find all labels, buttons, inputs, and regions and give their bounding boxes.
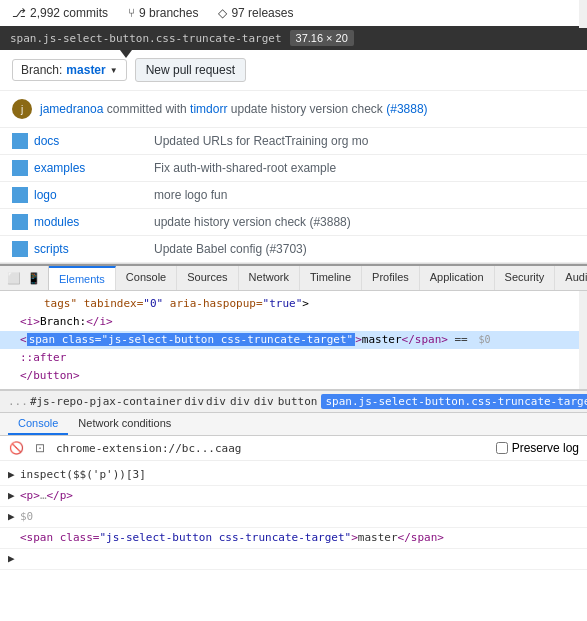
branch-label: Branch:	[21, 63, 62, 77]
panel-scrollbar[interactable]	[579, 291, 587, 389]
bc-div-2[interactable]: div	[230, 395, 250, 408]
bc-div-3[interactable]: div	[254, 395, 274, 408]
file-name[interactable]: docs	[34, 134, 154, 148]
commit-pr-link[interactable]: (#3888)	[386, 102, 427, 116]
tooltip-arrow	[120, 50, 132, 58]
tag-icon: ◇	[218, 6, 227, 20]
file-row-scripts: scripts Update Babel config (#3703)	[0, 236, 587, 263]
collapse-icon[interactable]: ▶	[8, 509, 16, 525]
tab-profiles[interactable]: Profiles	[362, 266, 420, 290]
commit-info: j jamedranoa committed with timdorr upda…	[0, 90, 587, 127]
element-line-2: <i>Branch:</i>	[0, 313, 587, 331]
commit-message: update history version check	[231, 102, 383, 116]
url-display: chrome-extension://bc...caag	[56, 442, 488, 455]
breadcrumb: ... #js-repo-pjax-container div div div …	[0, 390, 587, 413]
preserve-log-container: Preserve log	[496, 441, 579, 455]
folder-icon	[12, 133, 28, 149]
tab-console[interactable]: Console	[116, 266, 177, 290]
commit-icon: ⎇	[12, 6, 26, 20]
preserve-log-label: Preserve log	[512, 441, 579, 455]
branch-selector[interactable]: Branch: master ▼	[12, 59, 127, 81]
bc-button[interactable]: button	[278, 395, 318, 408]
devtools-panel: ⬜ 📱 Elements Console Sources Network Tim…	[0, 264, 587, 574]
clear-icon[interactable]: 🚫	[8, 440, 24, 456]
commit-text: jamedranoa committed with timdorr update…	[40, 102, 428, 116]
tab-security[interactable]: Security	[495, 266, 556, 290]
commit-collaborator[interactable]: timdorr	[190, 102, 227, 116]
bc-div-1[interactable]: div	[206, 395, 226, 408]
commit-author[interactable]: jamedranoa	[40, 102, 103, 116]
elements-panel: tags" tabindex="0" aria-haspopup="true">…	[0, 291, 587, 390]
breadcrumb-ellipsis: ...	[8, 395, 28, 408]
tab-audits[interactable]: Audits	[555, 266, 587, 290]
element-line-1: tags" tabindex="0" aria-haspopup="true">	[0, 295, 587, 313]
dropdown-arrow-icon: ▼	[110, 66, 118, 75]
folder-icon	[12, 160, 28, 176]
console-output: ▶ inspect($$('p'))[3] ▶ <p>…</p> ▶ $0 <s…	[0, 461, 587, 574]
console-line-3: ▶ $0	[0, 507, 587, 528]
file-row-examples: examples Fix auth-with-shared-root examp…	[0, 155, 587, 182]
file-list: docs Updated URLs for ReactTraining org …	[0, 127, 587, 263]
new-pull-request-button[interactable]: New pull request	[135, 58, 246, 82]
file-name[interactable]: modules	[34, 215, 154, 229]
branch-bar: Branch: master ▼ New pull request	[0, 50, 587, 90]
attr-text: tags" tabindex="0" aria-haspopup="true">	[44, 297, 309, 310]
folder-icon	[12, 187, 28, 203]
console-line-2: ▶ <p>…</p>	[0, 486, 587, 507]
file-row-modules: modules update history version check (#3…	[0, 209, 587, 236]
tab-elements[interactable]: Elements	[49, 266, 116, 290]
commits-stat[interactable]: ⎇ 2,992 commits	[12, 6, 108, 20]
avatar: j	[12, 99, 32, 119]
tab-sources[interactable]: Sources	[177, 266, 238, 290]
console-result-1: <p>…</p>	[20, 488, 73, 504]
tab-network-conditions[interactable]: Network conditions	[68, 413, 181, 435]
branches-stat[interactable]: ⑂ 9 branches	[128, 6, 198, 20]
expand-icon[interactable]: ▶	[8, 467, 16, 483]
commits-count: 2,992 commits	[30, 6, 108, 20]
console-line-5: ▶	[0, 549, 587, 570]
file-name[interactable]: examples	[34, 161, 154, 175]
devtools-toolbar: ⬜ 📱 Elements Console Sources Network Tim…	[0, 266, 587, 291]
expand-icon-2[interactable]: ▶	[8, 488, 16, 504]
bc-container[interactable]: #js-repo-pjax-container	[30, 395, 182, 408]
file-row-logo: logo more logo fun	[0, 182, 587, 209]
console-toolbar: 🚫 ⊡ chrome-extension://bc...caag Preserv…	[0, 436, 587, 461]
file-desc: update history version check (#3888)	[154, 215, 575, 229]
preserve-log-checkbox[interactable]	[496, 442, 508, 454]
tooltip-tag: span.js-select-button.css-truncate-targe…	[10, 32, 282, 45]
branch-icon: ⑂	[128, 6, 135, 20]
file-desc: Updated URLs for ReactTraining org mo	[154, 134, 575, 148]
tab-timeline[interactable]: Timeline	[300, 266, 362, 290]
console-span-result: <span class="js-select-button css-trunca…	[20, 530, 444, 546]
tab-application[interactable]: Application	[420, 266, 495, 290]
scrollbar[interactable]	[579, 0, 587, 28]
bc-selected-span[interactable]: span.js-select-button.css-truncate-targe…	[321, 394, 587, 409]
file-row-docs: docs Updated URLs for ReactTraining org …	[0, 128, 587, 155]
prompt-icon[interactable]: ▶	[8, 551, 16, 567]
inspect-icon[interactable]: ⬜	[6, 270, 22, 286]
console-tabs: Console Network conditions	[0, 413, 587, 436]
console-line-1: ▶ inspect($$('p'))[3]	[0, 465, 587, 486]
element-line-3-selected[interactable]: <span class="js-select-button css-trunca…	[0, 331, 587, 349]
file-desc: Fix auth-with-shared-root example	[154, 161, 575, 175]
releases-stat[interactable]: ◇ 97 releases	[218, 6, 293, 20]
dollar-sign: $0	[20, 509, 33, 525]
filter-icon[interactable]: ⊡	[32, 440, 48, 456]
commit-action: committed with	[107, 102, 187, 116]
tab-network[interactable]: Network	[239, 266, 300, 290]
file-name[interactable]: logo	[34, 188, 154, 202]
selected-span: span class="js-select-button css-truncat…	[27, 333, 356, 346]
file-name[interactable]: scripts	[34, 242, 154, 256]
releases-count: 97 releases	[231, 6, 293, 20]
branch-name: master	[66, 63, 105, 77]
stats-bar: ⎇ 2,992 commits ⑂ 9 branches ◇ 97 releas…	[0, 0, 587, 26]
file-desc: Update Babel config (#3703)	[154, 242, 575, 256]
console-line-4: <span class="js-select-button css-trunca…	[0, 528, 587, 549]
element-line-5: </button>	[0, 367, 587, 385]
devtools-icons: ⬜ 📱	[0, 266, 49, 290]
github-area: ⎇ 2,992 commits ⑂ 9 branches ◇ 97 releas…	[0, 0, 587, 264]
tooltip-bar: span.js-select-button.css-truncate-targe…	[0, 26, 587, 50]
tab-console-bottom[interactable]: Console	[8, 413, 68, 435]
tooltip-size: 37.16 × 20	[290, 30, 354, 46]
mobile-icon[interactable]: 📱	[26, 270, 42, 286]
